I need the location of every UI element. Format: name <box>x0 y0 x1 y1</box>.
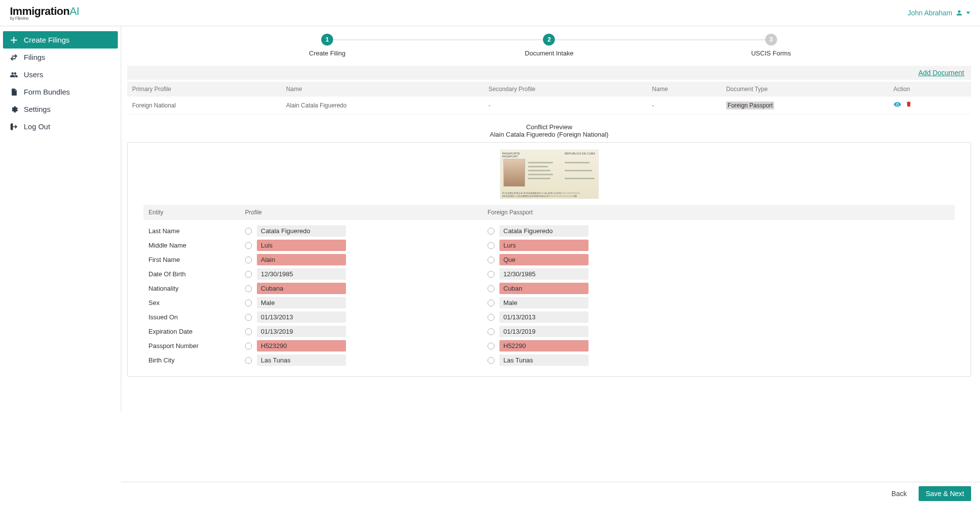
sidebar-label: Form Bundles <box>24 88 70 96</box>
extracted-radio[interactable] <box>488 285 494 292</box>
extracted-radio[interactable] <box>488 242 494 249</box>
step-3: 3 USCIS Forms <box>660 34 882 57</box>
profile-radio[interactable] <box>245 328 252 335</box>
extracted-radio[interactable] <box>488 357 494 364</box>
logo: ImmigrationAI by Filevine <box>10 5 79 21</box>
profile-radio[interactable] <box>245 300 252 306</box>
exchange-icon <box>10 53 18 61</box>
profile-radio[interactable] <box>245 343 252 350</box>
cell-primary-profile: Foreign National <box>127 97 281 114</box>
field-label: Date Of Birth <box>148 270 245 278</box>
field-label: Nationality <box>148 285 245 292</box>
extracted-radio[interactable] <box>488 314 494 321</box>
conflict-row: NationalityCubanaCuban <box>144 281 955 296</box>
extracted-value: Male <box>499 297 588 308</box>
cell-name2: - <box>647 97 721 114</box>
passport-image: PASAPORTEPASSPORT REPUBLICA DE CUBA P<CU… <box>500 150 599 199</box>
sidebar-label: Settings <box>24 105 50 113</box>
extracted-radio[interactable] <box>488 328 494 335</box>
conflict-row: Middle NameLuisLurs <box>144 238 955 252</box>
profile-radio[interactable] <box>245 314 252 321</box>
file-icon <box>10 88 18 96</box>
profile-radio[interactable] <box>245 285 252 292</box>
field-label: Passport Number <box>148 342 245 350</box>
conflict-table: Entity Profile Foreign Passport Last Nam… <box>137 205 962 367</box>
sidebar-item-create-filings[interactable]: Create Filings <box>3 31 118 49</box>
step-label: Create Filing <box>216 50 438 57</box>
profile-value: Catala Figueredo <box>257 225 346 237</box>
sidebar-label: Create Filings <box>24 36 70 44</box>
extracted-radio[interactable] <box>488 271 494 278</box>
add-document-link[interactable]: Add Document <box>918 69 964 77</box>
profile-radio[interactable] <box>245 242 252 249</box>
sidebar-item-filings[interactable]: Filings <box>3 49 118 66</box>
logout-icon <box>10 123 18 131</box>
sidebar-item-logout[interactable]: Log Out <box>3 118 118 135</box>
users-icon <box>10 71 18 79</box>
th-primary-profile: Primary Profile <box>127 82 281 97</box>
extracted-value: H52290 <box>499 340 588 352</box>
conflict-card: PASAPORTEPASSPORT REPUBLICA DE CUBA P<CU… <box>127 142 971 377</box>
documents-table: Primary Profile Name Secondary Profile N… <box>127 82 971 114</box>
sidebar-item-form-bundles[interactable]: Form Bundles <box>3 83 118 101</box>
extracted-value: 01/13/2019 <box>499 326 588 337</box>
user-menu[interactable]: John Abraham <box>908 9 970 17</box>
cell-doc-type: Foreign Passport <box>726 101 774 109</box>
sidebar: Create Filings Filings Users Form Bundle… <box>0 26 121 411</box>
step-number: 2 <box>543 34 555 46</box>
extracted-radio[interactable] <box>488 228 494 235</box>
profile-value: H523290 <box>257 340 346 352</box>
gear-icon <box>10 105 18 113</box>
conflict-row: Expiration Date01/13/201901/13/2019 <box>144 324 955 339</box>
profile-radio[interactable] <box>245 228 252 235</box>
extracted-value: 12/30/1985 <box>499 268 588 280</box>
step-1[interactable]: 1 Create Filing <box>216 34 438 57</box>
profile-radio[interactable] <box>245 271 252 278</box>
field-label: Middle Name <box>148 242 245 249</box>
th-name: Name <box>281 82 484 97</box>
step-2[interactable]: 2 Document Intake <box>438 34 660 57</box>
user-name: John Abraham <box>908 9 952 17</box>
field-label: First Name <box>148 256 245 263</box>
col-profile: Profile <box>245 209 488 216</box>
add-document-bar: Add Document <box>127 66 971 80</box>
sidebar-item-users[interactable]: Users <box>3 66 118 83</box>
extracted-radio[interactable] <box>488 256 494 263</box>
extracted-value: Cuban <box>499 283 588 294</box>
profile-value: 01/13/2013 <box>257 311 346 323</box>
conflict-row: First NameAlainQue <box>144 252 955 267</box>
profile-radio[interactable] <box>245 256 252 263</box>
field-label: Expiration Date <box>148 328 245 335</box>
extracted-value: Que <box>499 254 588 265</box>
profile-value: Alain <box>257 254 346 265</box>
conflict-row: SexMaleMale <box>144 296 955 310</box>
th-action: Action <box>888 82 971 97</box>
extracted-radio[interactable] <box>488 300 494 306</box>
conflict-preview-title: Conflict Preview <box>127 123 971 131</box>
field-label: Last Name <box>148 227 245 235</box>
profile-value: 12/30/1985 <box>257 268 346 280</box>
extracted-value: Las Tunas <box>499 354 588 366</box>
conflict-row: Date Of Birth12/30/198512/30/1985 <box>144 267 955 281</box>
conflict-row: Issued On01/13/201301/13/2013 <box>144 310 955 324</box>
profile-value: Cubana <box>257 283 346 294</box>
view-document-button[interactable] <box>893 101 901 110</box>
sidebar-label: Users <box>24 70 43 79</box>
profile-value: 01/13/2019 <box>257 326 346 337</box>
step-label: USCIS Forms <box>660 50 882 57</box>
th-doc-type: Document Type <box>721 82 888 97</box>
sidebar-item-settings[interactable]: Settings <box>3 101 118 118</box>
cell-name: Alain Catala Figueredo <box>281 97 484 114</box>
delete-document-button[interactable] <box>905 101 912 110</box>
app-header: ImmigrationAI by Filevine John Abraham <box>0 0 980 26</box>
plus-icon <box>10 36 18 44</box>
th-secondary-profile: Secondary Profile <box>484 82 647 97</box>
logo-suffix: AI <box>69 5 79 17</box>
profile-value: Las Tunas <box>257 354 346 366</box>
extracted-radio[interactable] <box>488 343 494 350</box>
conflict-preview-subtitle: Alain Catala Figueredo (Foreign National… <box>127 131 971 138</box>
profile-value: Male <box>257 297 346 308</box>
sidebar-label: Filings <box>24 53 45 61</box>
col-entity: Entity <box>148 209 245 216</box>
profile-radio[interactable] <box>245 357 252 364</box>
